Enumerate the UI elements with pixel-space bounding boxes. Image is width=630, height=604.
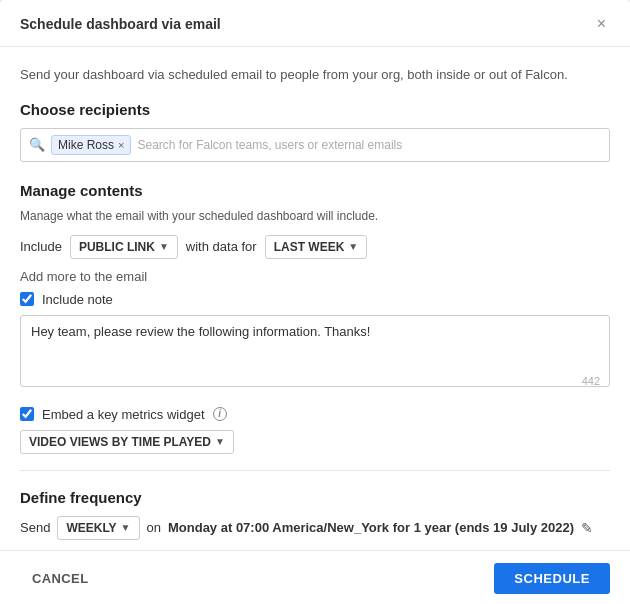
frequency-dropdown[interactable]: WEEKLY ▼: [57, 516, 139, 540]
chevron-down-icon-4: ▼: [121, 522, 131, 533]
send-row: Send WEEKLY ▼ on Monday at 07:00 America…: [20, 516, 610, 540]
widget-name-label: VIDEO VIEWS BY TIME PLAYED: [29, 435, 211, 449]
info-icon[interactable]: i: [213, 407, 227, 421]
modal-footer: CANCEL SCHEDULE: [0, 550, 630, 605]
schedule-detail-text: Monday at 07:00 America/New_York for 1 y…: [168, 520, 574, 535]
data-period-dropdown[interactable]: LAST WEEK ▼: [265, 235, 368, 259]
on-label: on: [147, 520, 161, 535]
note-textarea[interactable]: Hey team, please review the following in…: [20, 315, 610, 387]
edit-icon[interactable]: ✎: [581, 520, 593, 536]
chevron-down-icon-3: ▼: [215, 436, 225, 447]
manage-contents-section-title: Manage contents: [20, 182, 610, 199]
modal-header: Schedule dashboard via email ×: [0, 0, 630, 47]
include-note-checkbox[interactable]: [20, 292, 34, 306]
search-icon: 🔍: [29, 137, 45, 152]
include-row: Include PUBLIC LINK ▼ with data for LAST…: [20, 235, 610, 259]
define-frequency-title: Define frequency: [20, 489, 610, 506]
char-count: 442: [582, 375, 600, 387]
recipient-tag: Mike Ross ×: [51, 135, 131, 155]
widget-name-dropdown[interactable]: VIDEO VIEWS BY TIME PLAYED ▼: [20, 430, 234, 454]
include-note-label[interactable]: Include note: [42, 292, 113, 307]
recipient-tag-name: Mike Ross: [58, 138, 114, 152]
modal-title: Schedule dashboard via email: [20, 16, 221, 32]
with-data-for-label: with data for: [186, 239, 257, 254]
define-frequency-section: Define frequency Send WEEKLY ▼ on Monday…: [20, 489, 610, 540]
include-type-dropdown[interactable]: PUBLIC LINK ▼: [70, 235, 178, 259]
include-note-row: Include note: [20, 292, 610, 307]
send-label: Send: [20, 520, 50, 535]
manage-contents-subtitle: Manage what the email with your schedule…: [20, 209, 610, 223]
chevron-down-icon: ▼: [159, 241, 169, 252]
recipients-search-box[interactable]: 🔍 Mike Ross × Search for Falcon teams, u…: [20, 128, 610, 162]
chevron-down-icon-2: ▼: [348, 241, 358, 252]
tag-remove-icon[interactable]: ×: [118, 139, 124, 151]
search-placeholder-text: Search for Falcon teams, users or extern…: [137, 138, 601, 152]
add-more-label: Add more to the email: [20, 269, 610, 284]
schedule-detail: Monday at 07:00 America/New_York for 1 y…: [168, 520, 574, 535]
close-icon[interactable]: ×: [593, 14, 610, 34]
embed-widget-checkbox[interactable]: [20, 407, 34, 421]
data-period-label: LAST WEEK: [274, 240, 345, 254]
embed-widget-row: Embed a key metrics widget i: [20, 407, 610, 422]
include-type-label: PUBLIC LINK: [79, 240, 155, 254]
recipients-section-title: Choose recipients: [20, 101, 610, 118]
widget-dropdown-row: VIDEO VIEWS BY TIME PLAYED ▼: [20, 430, 610, 454]
schedule-dashboard-modal: Schedule dashboard via email × Send your…: [0, 0, 630, 604]
cancel-button[interactable]: CANCEL: [20, 563, 101, 594]
modal-body: Send your dashboard via scheduled email …: [0, 47, 630, 550]
schedule-button[interactable]: SCHEDULE: [494, 563, 610, 594]
divider: [20, 470, 610, 471]
include-label: Include: [20, 239, 62, 254]
frequency-label: WEEKLY: [66, 521, 116, 535]
embed-widget-label[interactable]: Embed a key metrics widget: [42, 407, 205, 422]
note-textarea-wrapper: Hey team, please review the following in…: [20, 315, 610, 395]
intro-text: Send your dashboard via scheduled email …: [20, 65, 610, 85]
